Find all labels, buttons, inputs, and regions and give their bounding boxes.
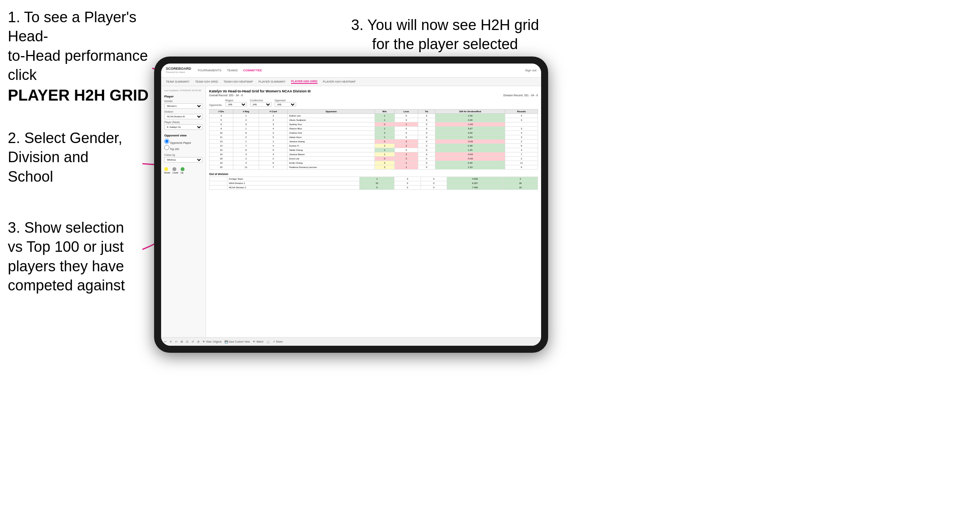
col-win: Win [375, 110, 394, 114]
instruction-1: 1. To see a Player's Head- to-Head perfo… [8, 8, 156, 105]
instruction-3-left: 3. Show selectionvs Top 100 or justplaye… [8, 218, 125, 295]
nav-teams[interactable]: TEAMS [227, 69, 238, 72]
legend-down: Down [164, 167, 170, 174]
sidebar: Last Updated: 27/03/2024 16:55:38 Player… [161, 86, 206, 337]
tool1-btn[interactable]: ⊞ [181, 340, 183, 343]
division-select[interactable]: NCAA Division III NCAA Division I NCAA D… [164, 114, 202, 119]
out-of-division-table: Foreign Team 1 0 0 4.500 2 NAIA Division… [209, 177, 538, 190]
col-opponent: Opponent [288, 110, 375, 114]
subnav-team-heatmap[interactable]: TEAM H2H HEATMAP [224, 80, 253, 83]
col-diff: Diff Av Strokes/Rnd [435, 110, 505, 114]
table-row: 6 3 3 Sydney Kuo 0 1 0 -1.00 [209, 122, 538, 127]
share-btn[interactable]: ↗ Share [273, 340, 282, 343]
division-label: Division [164, 110, 202, 113]
subnav-player-heatmap[interactable]: PLAYER H2H HEATMAP [323, 80, 356, 83]
table-row: 11 2 5 Heejo Hyun 1 0 0 3.33 3 [209, 135, 538, 140]
table-row: 14 7 4 Eunice Yi 2 2 0 0.38 9 [209, 144, 538, 148]
table-row: 18 2 2 Euna Lee 0 2 0 -5.00 2 [209, 157, 538, 161]
region-filter: Region (All) [225, 99, 247, 107]
opponents-filter: Opponents: [209, 104, 222, 107]
save-custom-btn[interactable]: 💾 Save Custom View [225, 340, 250, 343]
bottom-toolbar: ↩ ↻ ↩ ⊞ ⊡ ↺ ◔ 👁 View: Original 💾 Save Cu… [161, 337, 541, 346]
table-row: 3 1 1 Esther Lee 1 0 0 1.50 4 [209, 114, 538, 118]
opponent-view-title: Opponent view [164, 134, 202, 137]
watch-btn[interactable]: 👁 Watch [253, 340, 263, 343]
tool5-btn[interactable]: ⬜ [266, 340, 270, 343]
record-row: Overall Record: 353 - 34 - 6 Division Re… [209, 94, 538, 97]
nav-committee[interactable]: COMMITTEE [243, 69, 262, 72]
undo-btn[interactable]: ↩ [164, 340, 167, 343]
tablet: SCOREBOARD Powered by clippd TOURNAMENTS… [154, 57, 548, 353]
col-loss: Loss [394, 110, 418, 114]
tool3-btn[interactable]: ↺ [192, 340, 194, 343]
logo: SCOREBOARD Powered by clippd [166, 67, 191, 73]
grid-title: Katelyn Vo Head-to-Head Grid for Women's… [209, 89, 538, 93]
gender-label: Gender [164, 100, 202, 103]
subnav-player-summary[interactable]: PLAYER SUMMARY [259, 80, 286, 83]
legend-level: Level [172, 167, 178, 174]
opponent-view-radios: Opponents Played Top 100 [164, 139, 202, 150]
tool4-btn[interactable]: ◔ [197, 340, 199, 343]
col-div: # Div [209, 110, 233, 114]
col-tie: Tie [418, 110, 435, 114]
colour-legend: Down Level Up [164, 167, 202, 174]
conference-filter: Conference (All) [250, 99, 272, 107]
out-of-division-label: Out of division [209, 173, 538, 175]
opponent-select[interactable]: (All) [275, 102, 296, 107]
subnav-team-summary[interactable]: TEAM SUMMARY [166, 80, 190, 83]
main-content: Last Updated: 27/03/2024 16:55:38 Player… [161, 86, 541, 337]
table-row: 10 6 3 Andrea York 2 0 0 4.00 4 [209, 131, 538, 135]
player-rank-select[interactable]: 8. Katelyn Vo [164, 124, 202, 130]
sub-nav: TEAM SUMMARY TEAM H2H GRID TEAM H2H HEAT… [161, 78, 541, 86]
h2h-table: # Div # Reg # Conf Opponent Win Loss Tie… [209, 109, 538, 170]
undo2-btn[interactable]: ↩ [175, 340, 178, 343]
instruction-3-right: 3. You will now see H2H grid for the pla… [351, 16, 539, 54]
ood-row: Foreign Team 1 0 0 4.500 2 [209, 177, 538, 181]
subnav-player-h2h[interactable]: PLAYER H2H GRID [291, 80, 318, 84]
tablet-screen: SCOREBOARD Powered by clippd TOURNAMENTS… [161, 64, 541, 346]
grid-area: Katelyn Vo Head-to-Head Grid for Women's… [206, 86, 541, 337]
col-conf: # Conf [259, 110, 288, 114]
tool2-btn[interactable]: ⊡ [186, 340, 188, 343]
player-section-title: Player [164, 95, 202, 98]
subnav-team-h2h[interactable]: TEAM H2H GRID [195, 80, 218, 83]
ood-row: NAIA Division 1 15 0 0 9.267 30 [209, 181, 538, 186]
opponent-filter: Opponent (All) [275, 99, 296, 107]
ood-row: NCAA Division 2 5 0 0 7.400 10 [209, 186, 538, 190]
player-rank-label: Player (Rank) [164, 121, 202, 124]
table-row: 16 3 4 Jessica Mason 1 2 0 -0.94 7 [209, 152, 538, 157]
last-updated: Last Updated: 27/03/2024 16:55:38 [164, 89, 202, 92]
table-row: 5 2 2 Alexis Sudjianto 1 0 0 4.00 3 [209, 118, 538, 122]
col-rounds: Rounds [505, 110, 538, 114]
gender-select[interactable]: Women's Men's [164, 103, 202, 109]
colour-by-label: Colour by [164, 154, 202, 156]
legend-up: Up [181, 167, 185, 174]
conference-select[interactable]: (All) [250, 102, 272, 107]
table-row: 15 8 5 Stella Cheng 1 0 0 1.25 4 [209, 148, 538, 152]
nav-tournaments[interactable]: TOURNAMENTS [197, 69, 222, 72]
division-record: Division Record: 331 - 34 - 6 [503, 94, 538, 97]
main-nav: TOURNAMENTS TEAMS COMMITTEE [197, 69, 262, 72]
view-original-btn[interactable]: 👁 View: Original [202, 340, 222, 343]
top-nav: SCOREBOARD Powered by clippd TOURNAMENTS… [161, 64, 541, 78]
redo-btn[interactable]: ↻ [170, 340, 172, 343]
region-select[interactable]: (All) [225, 102, 247, 107]
overall-record: Overall Record: 353 - 34 - 6 [209, 94, 243, 97]
table-row: 13 1 1 Jessica Huang 0 2 0 -3.00 2 [209, 140, 538, 144]
instruction-2: 2. Select Gender,Division andSchool [8, 129, 123, 186]
table-row: 19 4 6 Emily Chang 4 1 0 0.30 11 [209, 161, 538, 165]
colour-by-select[interactable]: Win/loss [164, 157, 202, 163]
table-row: 9 1 4 Sharon Mun 1 0 0 3.67 3 [209, 127, 538, 131]
sign-out[interactable]: Sign out [525, 69, 536, 72]
table-row: 20 11 7 Federica Domecq Lacroze 2 1 0 1.… [209, 165, 538, 170]
col-reg: # Reg [233, 110, 259, 114]
filters-row: Opponents: Region (All) Conference (All) [209, 99, 538, 107]
